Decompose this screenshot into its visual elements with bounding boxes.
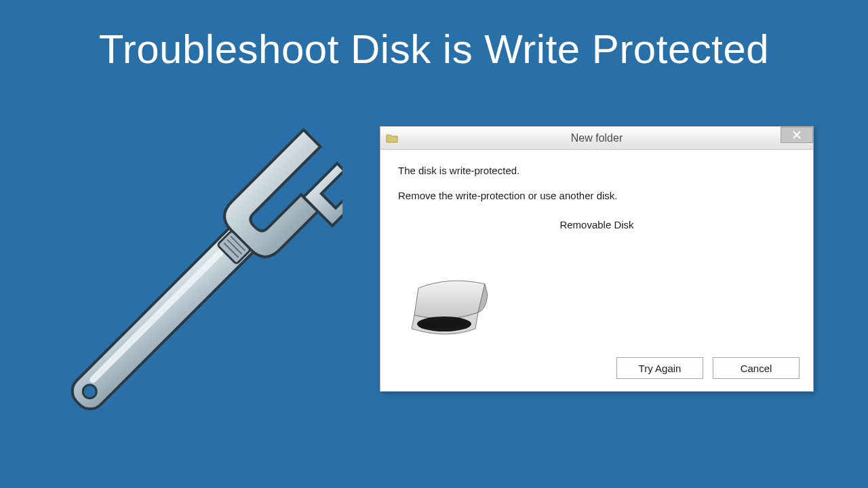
error-dialog: New folder The disk is write-protected. … <box>380 126 814 392</box>
cancel-button[interactable]: Cancel <box>713 357 800 379</box>
error-message-primary: The disk is write-protected. <box>398 165 795 176</box>
close-button[interactable] <box>781 127 813 143</box>
error-message-secondary: Remove the write-protection or use anoth… <box>398 190 795 201</box>
disk-label: Removable Disk <box>398 219 795 230</box>
removable-drive-icon <box>398 268 500 342</box>
dialog-body: The disk is write-protected. Remove the … <box>380 150 813 230</box>
dialog-titlebar: New folder <box>380 127 813 150</box>
folder-icon <box>386 133 398 144</box>
svg-point-10 <box>422 319 467 329</box>
wrench-icon <box>44 119 342 458</box>
close-icon <box>793 131 801 139</box>
try-again-button[interactable]: Try Again <box>616 357 703 379</box>
dialog-button-row: Try Again Cancel <box>616 357 800 379</box>
dialog-title: New folder <box>380 132 813 144</box>
page-title: Troubleshoot Disk is Write Protected <box>0 0 868 73</box>
svg-rect-1 <box>88 236 237 384</box>
